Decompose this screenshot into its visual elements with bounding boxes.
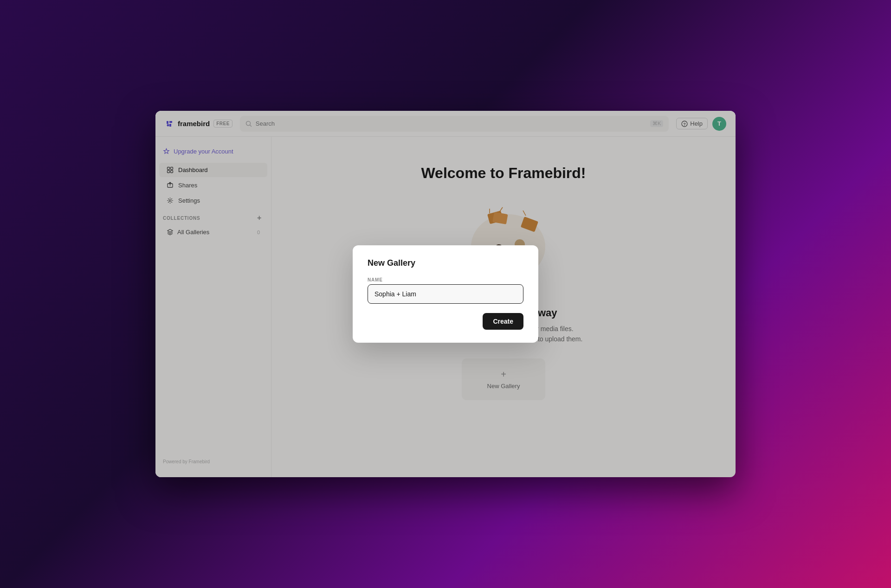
modal-title: New Gallery <box>368 258 523 268</box>
create-gallery-button[interactable]: Create <box>483 313 523 330</box>
app-window: framebird FREE ⌘K ? Help T <box>155 111 736 477</box>
modal-overlay[interactable]: New Gallery NAME Create <box>155 137 736 477</box>
modal-actions: Create <box>368 313 523 330</box>
name-label: NAME <box>368 277 523 282</box>
body: Upgrade your Account Dashboard Shares <box>155 137 736 477</box>
name-form-group: NAME <box>368 277 523 304</box>
new-gallery-modal: New Gallery NAME Create <box>353 245 538 343</box>
gallery-name-input[interactable] <box>368 284 523 304</box>
